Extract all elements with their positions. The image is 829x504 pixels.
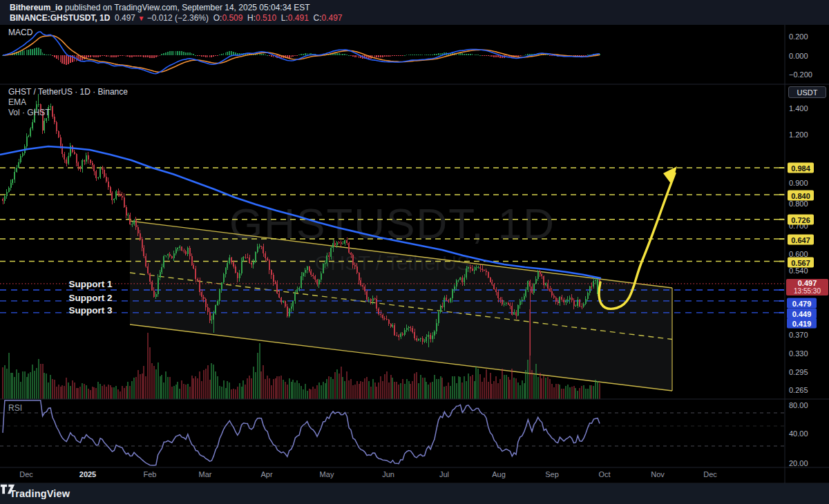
price-axis-label: 0.330 <box>789 349 808 358</box>
time-axis-label: Dec <box>19 470 33 478</box>
byline: Bithereum_io published on TradingView.co… <box>10 3 829 13</box>
support-2-label: Support 2 <box>67 293 114 303</box>
macd-axis-label: 0.000 <box>789 52 808 60</box>
low-value: 0.491 <box>288 13 309 23</box>
rsi-axis-label: 20.00 <box>789 459 808 467</box>
resistance-price-badge: 0.567 <box>788 258 814 268</box>
price-axis-label: 0.265 <box>789 386 808 394</box>
price-axis-label: 1.400 <box>789 104 808 113</box>
tradingview-logo-icon <box>0 483 15 495</box>
last-price-badge-value: 0.497 <box>798 280 817 287</box>
last-price-badge: 0.49713:55:30 <box>786 279 828 295</box>
last-price: 0.497 <box>115 13 135 23</box>
time-axis-label: Mar <box>199 470 212 478</box>
macd-signal-line <box>3 36 600 72</box>
time-axis-label: Apr <box>260 470 272 478</box>
price-axis-label: 0.800 <box>789 200 808 208</box>
rsi-pane-label: RSI <box>8 403 22 413</box>
macd-axis-label: −0.200 <box>789 70 812 79</box>
time-axis-label: Nov <box>651 470 665 478</box>
open-value: 0.509 <box>222 13 242 23</box>
close-value: 0.497 <box>322 13 343 23</box>
support-price-badge: 0.419 <box>787 318 817 329</box>
rsi-line <box>3 400 600 465</box>
macd-pane-label: MACD <box>8 28 32 37</box>
author-name: Bithereum_io <box>10 3 63 12</box>
symbol-line: BINANCE:GHSTUSDT, 1D 0.497 ▼ −0.012 (−2.… <box>10 13 829 23</box>
price-axis-label: 0.370 <box>789 331 808 339</box>
ema-indicator-label: EMA <box>8 97 26 107</box>
volume-indicator-label: Vol · GHST <box>8 108 50 117</box>
time-axis-label: Jul <box>439 470 449 478</box>
currency-toggle-button[interactable]: USDT <box>788 86 826 98</box>
chart-canvas[interactable] <box>0 0 829 504</box>
tradingview-brand-link[interactable]: TradingView <box>10 488 70 499</box>
macd-pane <box>2 32 600 74</box>
macd-axis-label: 0.200 <box>789 32 808 41</box>
resistance-price-badge: 0.647 <box>788 235 814 245</box>
header: Bithereum_io published on TradingView.co… <box>0 0 829 25</box>
price-axis-label: 0.900 <box>789 179 808 187</box>
main-pane-title: GHST / TetherUS · 1D · Binance <box>8 87 128 97</box>
high-value: 0.510 <box>256 13 276 23</box>
time-axis-label: 2025 <box>79 470 96 478</box>
time-axis-label: Oct <box>598 470 610 478</box>
close-label: C: <box>314 13 322 23</box>
open-label: O: <box>213 13 222 23</box>
rsi-axis-label: 40.00 <box>789 429 808 438</box>
byline-text: published on TradingView.com, September … <box>63 3 310 12</box>
tradingview-brand-name: TradingView <box>10 488 70 499</box>
rsi-axis-label: 80.00 <box>789 401 808 409</box>
low-label: L: <box>281 13 288 23</box>
plot-layers <box>0 32 785 465</box>
high-label: H: <box>247 13 256 23</box>
price-change: −0.012 (−2.36%) <box>147 13 209 23</box>
down-triangle-icon: ▼ <box>137 14 144 22</box>
support-price-badge: 0.479 <box>787 298 817 309</box>
time-axis-label: Sep <box>545 470 559 478</box>
macd-line <box>3 32 600 74</box>
price-axis-label: 1.200 <box>789 130 808 139</box>
price-axis-label: 0.540 <box>789 266 808 275</box>
rsi-pane <box>0 400 785 465</box>
time-axis-label: Aug <box>492 470 506 478</box>
time-axis-label: May <box>320 470 334 478</box>
symbol-name: BINANCE:GHSTUSDT, 1D <box>10 13 110 23</box>
support-price-badge: 0.449 <box>787 309 817 319</box>
countdown-timer: 13:55:30 <box>794 287 821 295</box>
time-axis-label: Jun <box>382 470 394 478</box>
tradingview-snapshot: Bithereum_io published on TradingView.co… <box>0 0 829 504</box>
time-axis-label: Dec <box>703 470 717 478</box>
support-3-label: Support 3 <box>67 305 114 316</box>
footer-bar: TradingView <box>0 483 829 504</box>
resistance-price-badge: 0.726 <box>788 215 814 225</box>
time-axis-label: Feb <box>144 470 157 478</box>
resistance-price-badge: 0.984 <box>788 163 814 173</box>
resistance-price-badge: 0.840 <box>788 191 814 201</box>
price-axis-label: 0.295 <box>789 368 808 376</box>
support-1-label: Support 1 <box>67 279 114 289</box>
